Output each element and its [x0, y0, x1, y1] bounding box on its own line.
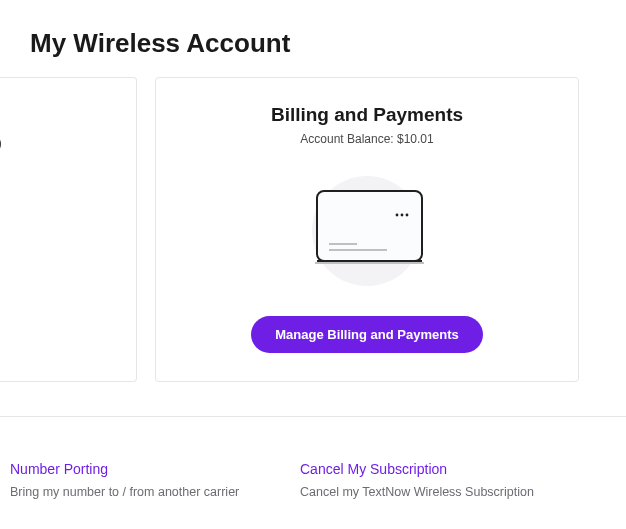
billing-balance: Account Balance: $10.01	[300, 132, 433, 146]
credit-card-icon	[287, 166, 447, 296]
links-row: Number Porting Bring my number to / from…	[0, 417, 626, 499]
billing-heading: Billing and Payments	[271, 104, 463, 126]
page-title: My Wireless Account	[30, 28, 626, 59]
cancel-subscription-desc: Cancel my TextNow Wireless Subscription	[300, 485, 534, 499]
cards-row: o) Billing and Payments Account Balance:…	[0, 77, 626, 382]
billing-card: Billing and Payments Account Balance: $1…	[155, 77, 579, 382]
manage-billing-button[interactable]: Manage Billing and Payments	[251, 316, 483, 353]
number-porting-link[interactable]: Number Porting	[10, 461, 240, 477]
svg-point-6	[406, 214, 409, 217]
svg-point-4	[396, 214, 399, 217]
left-card-fragment: o)	[0, 136, 2, 150]
number-porting-desc: Bring my number to / from another carrie…	[10, 485, 240, 499]
cancel-subscription-link[interactable]: Cancel My Subscription	[300, 461, 534, 477]
number-porting-block: Number Porting Bring my number to / from…	[10, 461, 240, 499]
left-card-partial: o)	[0, 77, 137, 382]
svg-point-5	[401, 214, 404, 217]
cancel-subscription-block: Cancel My Subscription Cancel my TextNow…	[300, 461, 534, 499]
